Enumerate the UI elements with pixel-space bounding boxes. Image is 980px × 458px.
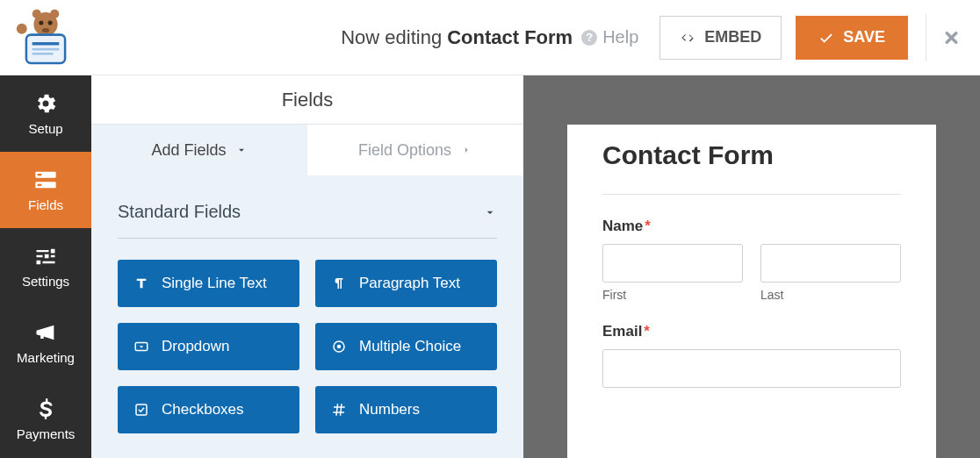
field-grid: Single Line Text Paragraph Text Dropdown… — [118, 260, 497, 433]
panel-title: Fields — [91, 75, 523, 125]
field-dropdown[interactable]: Dropdown — [118, 323, 299, 370]
dollar-icon — [33, 397, 58, 421]
first-sublabel: First — [602, 288, 743, 302]
nav-payments[interactable]: Payments — [0, 381, 91, 457]
help-icon: ? — [581, 30, 597, 46]
nav-fields[interactable]: Fields — [0, 152, 91, 228]
field-multiple-choice[interactable]: Multiple Choice — [315, 323, 497, 370]
code-icon — [680, 30, 695, 46]
save-button[interactable]: SAVE — [796, 16, 908, 60]
help-link[interactable]: ? Help — [581, 27, 638, 47]
svg-rect-9 — [32, 53, 54, 55]
paragraph-icon — [331, 276, 347, 291]
bullhorn-icon — [33, 320, 58, 345]
nav-setup[interactable]: Setup — [0, 75, 91, 152]
check-icon — [818, 30, 834, 46]
field-single-line-label: Single Line Text — [162, 275, 267, 292]
field-dropdown-label: Dropdown — [162, 338, 230, 355]
field-checkboxes[interactable]: Checkboxes — [118, 386, 299, 433]
nav-marketing-label: Marketing — [17, 350, 75, 365]
section-standard-fields[interactable]: Standard Fields — [118, 202, 497, 239]
svg-point-1 — [32, 9, 41, 18]
preview-title: Contact Form — [602, 140, 901, 171]
text-icon — [133, 276, 149, 291]
fields-panel: Fields Add Fields Field Options Standard… — [91, 75, 523, 458]
svg-point-3 — [39, 20, 43, 25]
tab-add-label: Add Fields — [151, 141, 226, 160]
section-standard-label: Standard Fields — [118, 202, 241, 222]
nav-payments-label: Payments — [17, 426, 76, 441]
svg-rect-8 — [32, 47, 60, 50]
app-logo — [0, 8, 91, 68]
form-preview: Contact Form Name* First Last — [567, 125, 936, 458]
editing-prefix: Now editing — [341, 26, 442, 49]
field-checkboxes-label: Checkboxes — [162, 401, 244, 419]
preview-divider — [602, 194, 901, 195]
svg-rect-13 — [38, 174, 42, 175]
panel-tabs: Add Fields Field Options — [91, 125, 523, 175]
dropdown-icon — [133, 339, 149, 354]
chevron-down-icon — [235, 144, 248, 156]
name-label: Name* — [602, 218, 901, 235]
svg-point-5 — [42, 27, 50, 32]
svg-rect-14 — [38, 184, 42, 186]
field-numbers-label: Numbers — [359, 401, 420, 419]
email-input[interactable] — [602, 349, 901, 388]
nav-settings-label: Settings — [22, 274, 69, 289]
last-sublabel: Last — [760, 288, 901, 302]
last-name-input[interactable] — [760, 244, 901, 283]
preview-wrap: Contact Form Name* First Last — [523, 75, 980, 458]
nav-fields-label: Fields — [28, 197, 63, 212]
tab-options-label: Field Options — [358, 141, 451, 160]
svg-point-2 — [50, 9, 59, 18]
field-paragraph-label: Paragraph Text — [359, 275, 460, 292]
fields-icon — [33, 168, 58, 192]
editing-form-name: Contact Form — [447, 26, 573, 49]
chevron-right-icon — [460, 144, 472, 156]
close-button[interactable] — [926, 14, 961, 61]
tab-field-options[interactable]: Field Options — [307, 125, 523, 175]
svg-point-10 — [17, 23, 27, 33]
nav-marketing[interactable]: Marketing — [0, 304, 91, 381]
tab-add-fields[interactable]: Add Fields — [91, 125, 307, 175]
nav-settings[interactable]: Settings — [0, 228, 91, 304]
top-bar: Now editing Contact Form ? Help EMBED SA… — [0, 0, 980, 75]
email-label: Email* — [602, 323, 901, 340]
first-name-input[interactable] — [602, 244, 743, 283]
svg-point-17 — [337, 345, 342, 349]
checkbox-icon — [133, 402, 149, 418]
svg-rect-18 — [136, 404, 147, 415]
svg-rect-7 — [32, 42, 60, 45]
side-nav: Setup Fields Settings Marketing Payments — [0, 75, 91, 458]
radio-icon — [331, 339, 347, 354]
field-email-group[interactable]: Email* — [602, 323, 901, 388]
sliders-icon — [33, 244, 58, 268]
field-multiple-choice-label: Multiple Choice — [359, 338, 461, 355]
nav-setup-label: Setup — [28, 121, 62, 136]
embed-label: EMBED — [704, 28, 761, 47]
svg-point-4 — [48, 20, 53, 25]
hash-icon — [331, 402, 347, 418]
close-icon — [942, 27, 961, 48]
field-single-line-text[interactable]: Single Line Text — [118, 260, 299, 307]
field-numbers[interactable]: Numbers — [315, 386, 497, 433]
field-paragraph-text[interactable]: Paragraph Text — [315, 260, 497, 307]
gear-icon — [33, 91, 58, 116]
help-label: Help — [602, 27, 638, 47]
required-mark: * — [645, 218, 651, 234]
required-mark: * — [644, 323, 650, 340]
chevron-down-icon — [483, 205, 497, 219]
embed-button[interactable]: EMBED — [659, 16, 782, 60]
field-name-group[interactable]: Name* First Last — [602, 218, 901, 302]
editing-title: Now editing Contact Form ? Help — [341, 26, 659, 49]
builder-area: Fields Add Fields Field Options Standard… — [91, 75, 980, 458]
save-label: SAVE — [843, 28, 885, 47]
